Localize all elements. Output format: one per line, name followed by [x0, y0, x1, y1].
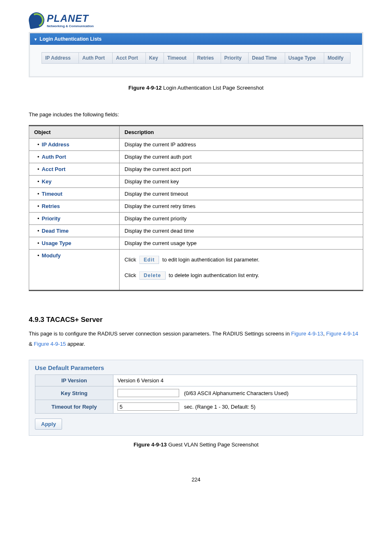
auth-list-table: IP Address Auth Port Acct Port Key Timeo…	[42, 52, 350, 64]
col-priority: Priority	[221, 53, 248, 64]
col-deadtime: Dead Time	[249, 53, 285, 64]
section-paragraph: This page is to configure the RADIUS ser…	[29, 329, 363, 349]
table-row: •Dead TimeDisplay the current dead time	[29, 225, 363, 237]
col-key: Key	[145, 53, 164, 64]
planet-logo-icon	[28, 11, 46, 29]
figure-caption-2: Figure 4-9-13 Guest VLAN Setting Page Sc…	[29, 442, 363, 448]
edit-button[interactable]: Edit	[139, 256, 159, 264]
col-usagetype: Usage Type	[285, 53, 324, 64]
panel-title: Login Authentication Lists	[39, 36, 101, 42]
figure-caption-1: Figure 4-9-12 Login Authentication List …	[29, 85, 363, 91]
col-authport: Auth Port	[79, 53, 113, 64]
desc-head-object: Object	[29, 126, 120, 139]
table-row-modify: •Modufy Click Edit to edit login authent…	[29, 250, 363, 291]
section-heading: 4.9.3 TACACS+ Server	[29, 316, 363, 324]
param-panel-title: Use Default Parameters	[29, 360, 363, 375]
table-row: •Auth PortDisplay the current auth port	[29, 151, 363, 163]
col-acctport: Acct Port	[113, 53, 145, 64]
col-timeout: Timeout	[164, 53, 194, 64]
label-timeout: Timeout for Reply	[35, 400, 113, 414]
logo-sub: Networking & Communication	[47, 24, 94, 28]
value-ip-version: Version 6 Version 4	[113, 375, 357, 386]
table-row: •Usage TypeDisplay the current usage typ…	[29, 237, 363, 250]
label-key-string: Key String	[35, 386, 113, 400]
link-fig-4-9-13[interactable]: Figure 4-9-13	[291, 331, 323, 337]
table-row: •PriorityDisplay the current priority	[29, 213, 363, 225]
row-ip-version: IP Version Version 6 Version 4	[35, 375, 357, 386]
key-string-hint: (0/63 ASCII Alphanumeric Characters Used…	[184, 390, 288, 396]
col-ip: IP Address	[42, 53, 79, 64]
description-table: Object Description •IP AddressDisplay th…	[29, 125, 363, 291]
col-modify: Modify	[324, 53, 350, 64]
col-retries: Retries	[194, 53, 221, 64]
use-default-parameters-panel: Use Default Parameters IP Version Versio…	[29, 360, 363, 436]
timeout-input[interactable]	[118, 402, 179, 411]
table-row: •KeyDisplay the current key	[29, 176, 363, 188]
table-row: •RetriesDisplay the current retry times	[29, 200, 363, 213]
logo: PLANET Networking & Communication	[29, 12, 363, 28]
table-row: •IP AddressDisplay the current IP addres…	[29, 139, 363, 151]
table-row: •Acct PortDisplay the current acct port	[29, 163, 363, 176]
chevron-down-icon: ▾	[35, 37, 37, 42]
label-ip-version: IP Version	[35, 375, 113, 386]
timeout-hint: sec. (Range 1 - 30, Default: 5)	[184, 404, 256, 410]
table-row: •TimeoutDisplay the current timeout	[29, 188, 363, 200]
link-fig-4-9-14[interactable]: Figure 4-9-14	[326, 331, 358, 337]
delete-button[interactable]: Delete	[139, 271, 166, 280]
link-fig-4-9-15[interactable]: Figure 4-9-15	[34, 341, 66, 347]
row-timeout: Timeout for Reply sec. (Range 1 - 30, De…	[35, 400, 357, 414]
page-number: 224	[29, 476, 363, 483]
intro-text: The page includes the following fields:	[29, 111, 363, 118]
key-string-input[interactable]	[118, 389, 179, 397]
login-auth-panel: ▾ Login Authentication Lists IP Address …	[29, 32, 363, 77]
panel-header[interactable]: ▾ Login Authentication Lists	[30, 33, 362, 45]
row-key-string: Key String (0/63 ASCII Alphanumeric Char…	[35, 386, 357, 400]
apply-button[interactable]: Apply	[35, 419, 62, 430]
desc-head-description: Description	[120, 126, 363, 139]
logo-name: PLANET	[47, 13, 94, 24]
